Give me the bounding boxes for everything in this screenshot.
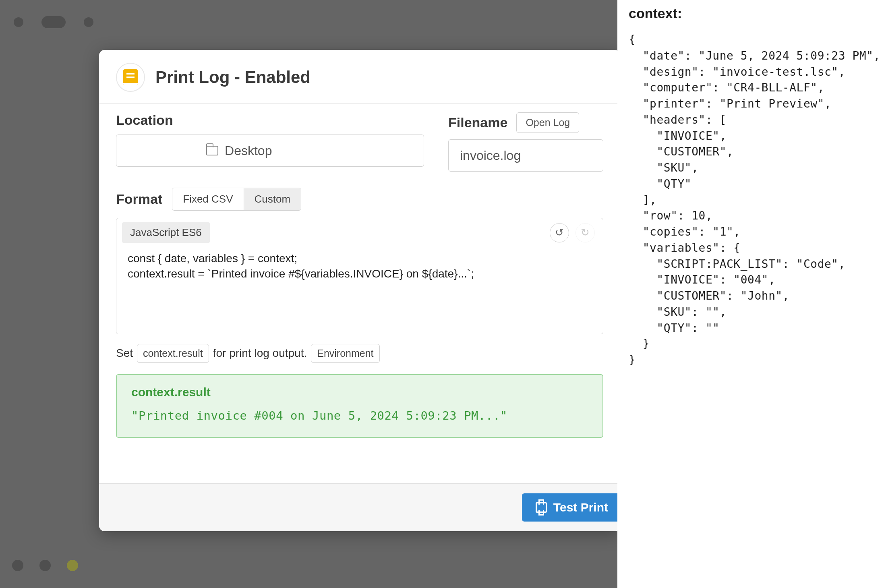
folder-icon	[206, 146, 218, 155]
result-panel: context.result "Printed invoice #004 on …	[116, 374, 603, 438]
hint-row: Set context.result for print log output.…	[116, 344, 603, 363]
redo-button[interactable]: ↻	[575, 223, 595, 242]
format-option-fixed-csv[interactable]: Fixed CSV	[172, 188, 243, 210]
code-editor: JavaScript ES6 ↺ ↻ const { date, variabl…	[116, 218, 603, 334]
titlebar-dot	[84, 17, 93, 27]
hint-mid: for print log output.	[213, 347, 307, 360]
location-label: Location	[116, 112, 424, 128]
titlebar-pill	[41, 16, 66, 28]
dialog-body: Location Desktop Filename Open Log invoi…	[99, 104, 620, 483]
location-value: Desktop	[225, 143, 272, 158]
print-log-dialog: Print Log - Enabled Location Desktop Fil…	[99, 50, 620, 531]
dock-dot	[67, 560, 78, 571]
hint-pre: Set	[116, 347, 133, 360]
open-log-button[interactable]: Open Log	[516, 112, 579, 133]
environment-button[interactable]: Environment	[311, 344, 379, 363]
code-textarea[interactable]: const { date, variables } = context; con…	[116, 247, 603, 334]
dock-dot	[39, 560, 51, 571]
filename-value: invoice.log	[460, 148, 521, 163]
context-sidebar: context: { "date": "June 5, 2024 5:09:23…	[617, 0, 886, 588]
log-icon-badge	[116, 63, 145, 92]
dock-dot	[12, 560, 23, 571]
dock-indicators	[12, 560, 78, 571]
filename-label: Filename	[448, 115, 507, 130]
dialog-title: Print Log - Enabled	[155, 68, 311, 87]
format-option-custom[interactable]: Custom	[244, 188, 301, 210]
test-print-label: Test Print	[553, 501, 608, 514]
window-titlebar	[0, 0, 617, 44]
context-result-pill: context.result	[137, 344, 209, 363]
format-label: Format	[116, 191, 162, 207]
redo-icon: ↻	[581, 226, 590, 239]
print-icon	[536, 502, 547, 513]
undo-icon: ↺	[555, 226, 564, 239]
language-chip: JavaScript ES6	[122, 222, 210, 243]
context-title: context:	[629, 6, 875, 21]
format-segmented-control: Fixed CSV Custom	[172, 188, 301, 211]
traffic-light-dot	[14, 17, 23, 27]
book-icon	[123, 69, 138, 85]
undo-button[interactable]: ↺	[550, 223, 569, 242]
filename-input[interactable]: invoice.log	[448, 139, 603, 172]
test-print-button[interactable]: Test Print	[522, 493, 620, 522]
result-value: "Printed invoice #004 on June 5, 2024 5:…	[131, 409, 588, 422]
context-json: { "date": "June 5, 2024 5:09:23 PM", "de…	[629, 32, 875, 368]
dialog-footer: Test Print	[99, 483, 620, 531]
result-title: context.result	[131, 385, 588, 399]
location-picker[interactable]: Desktop	[116, 135, 424, 167]
dialog-header: Print Log - Enabled	[99, 50, 620, 104]
